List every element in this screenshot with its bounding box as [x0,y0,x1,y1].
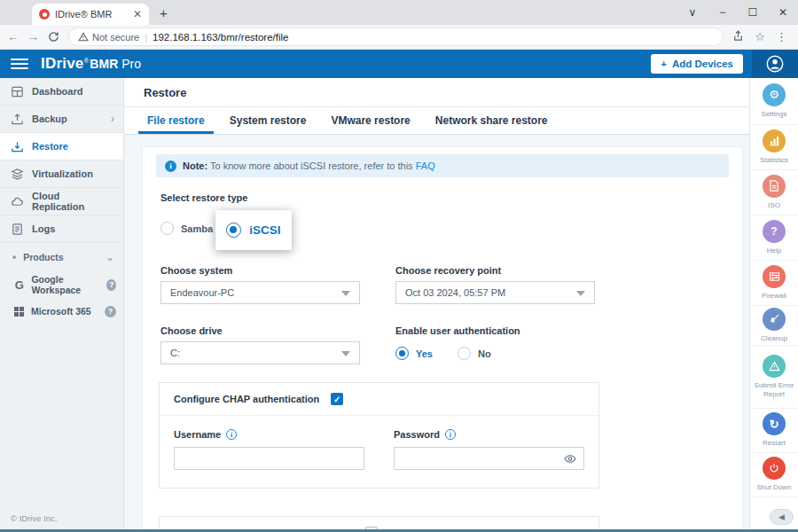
url-text: 192.168.1.163/bmr/restore/file [153,32,288,43]
radio-selected-icon[interactable] [395,347,409,360]
sidebar-item-google-workspace[interactable]: G Google Workspace ? [0,271,123,298]
tab-search-icon[interactable]: ∨ [677,6,708,19]
app-header: IDrive®BMRPro + Add Devices [0,50,798,78]
layers-icon [11,168,24,181]
restore-tabs: File restore System restore VMware resto… [124,107,749,135]
chap-auth-title: Configure CHAP authentication [174,394,319,404]
user-avatar-zone[interactable] [752,50,798,78]
dropdown-caret-icon [341,291,350,296]
page-title: Restore [124,78,749,107]
firewall-button[interactable]: Firewall [750,261,798,306]
browser-url-bar: ← → Not secure | 192.168.1.163/bmr/resto… [0,25,798,50]
bookmark-star-icon[interactable]: ☆ [755,30,765,43]
choose-system-dropdown[interactable]: Endeavour-PC [160,281,360,304]
info-icon: i [165,160,176,172]
choose-drive-label: Choose drive [160,325,395,336]
sidebar-item-logs[interactable]: Logs [0,215,123,243]
backup-icon [11,113,24,126]
sidebar-item-backup[interactable]: Backup › [0,106,123,133]
sidebar-item-restore[interactable]: Restore [0,133,123,160]
info-icon[interactable]: i [445,429,456,440]
main-content: Restore File restore System restore VMwa… [124,78,749,532]
help-badge-icon[interactable]: ? [105,306,116,317]
reload-icon[interactable] [48,31,59,43]
tab-system-restore[interactable]: System restore [217,107,319,134]
sidebar-item-virtualization[interactable]: Virtualization [0,160,123,188]
back-icon[interactable]: ← [7,30,19,43]
restore-icon [11,140,24,153]
microsoft-icon [14,307,24,317]
add-devices-button[interactable]: + Add Devices [651,54,743,74]
iso-button[interactable]: ISO [750,170,798,215]
browser-menu-icon[interactable]: ⋮ [776,30,787,43]
collapse-sidebar-button[interactable]: ◀ [770,509,794,525]
restore-type-options: Samba iSCSI [160,210,742,256]
browser-tab-strip: IDrive® BMR ✕ + ∨ − ☐ ✕ [0,0,798,25]
right-sidebar: ⚙ Settings Statistics ISO ? Help Firewal… [749,78,798,532]
choose-recovery-point-dropdown[interactable]: Oct 03 2024, 05:57 PM [395,281,595,304]
username-input[interactable] [174,447,364,470]
radio-unselected-icon[interactable] [458,347,471,360]
eye-icon[interactable] [564,454,576,464]
sidebar-item-cloud-replication[interactable]: Cloud Replication [0,188,123,215]
tab-network-share-restore[interactable]: Network share restore [423,107,560,134]
help-badge-icon[interactable]: ? [106,279,116,291]
plus-icon: + [661,59,667,69]
sidebar-item-dashboard[interactable]: Dashboard [0,78,123,106]
chevron-right-icon: › [111,113,114,125]
restore-type-label: Select restore type [160,192,742,203]
tab-close-icon[interactable]: ✕ [133,8,142,20]
avatar-icon [765,54,785,74]
not-secure-warning[interactable]: Not secure [78,32,139,43]
info-icon[interactable]: i [226,429,237,440]
radio-unselected-icon[interactable] [160,222,174,235]
gear-icon: ⚙ [769,89,779,100]
sidebar-products-group[interactable]: • Products ⌄ [0,243,123,271]
auth-yes-radio[interactable]: Yes [395,347,433,360]
dropdown-caret-icon [576,291,585,296]
cleanup-button[interactable]: Cleanup [750,306,798,346]
password-label: Password [394,429,440,440]
samba-radio-option[interactable]: Samba [160,222,213,235]
radio-selected-icon[interactable] [226,223,241,238]
statistics-button[interactable]: Statistics [750,125,798,170]
question-icon: ? [771,226,777,237]
forward-icon[interactable]: → [27,30,39,43]
faq-link[interactable]: FAQ [416,160,435,171]
minimize-button[interactable]: − [708,6,738,19]
chevron-down-icon: ⌄ [106,251,114,263]
tab-file-restore[interactable]: File restore [135,107,217,134]
sidebar-item-microsoft-365[interactable]: Microsoft 365 ? [0,298,123,325]
new-tab-button[interactable]: + [160,5,168,20]
choose-recovery-point-label: Choose recovery point [395,265,661,276]
left-sidebar: Dashboard Backup › Restore Virtualizatio… [0,78,124,532]
warning-triangle-icon [78,32,89,42]
power-icon [769,463,779,473]
iso-file-icon [769,180,779,192]
auth-no-radio[interactable]: No [458,347,491,360]
help-button[interactable]: ? Help [750,215,798,261]
broom-icon [769,313,780,325]
browser-tab[interactable]: IDrive® BMR ✕ [32,4,149,25]
maximize-button[interactable]: ☐ [738,6,768,19]
tab-vmware-restore[interactable]: VMware restore [318,107,422,134]
submit-error-report-button[interactable]: Submit Error Report [750,346,798,409]
bar-chart-icon [769,135,780,146]
choose-drive-dropdown[interactable]: C: [160,341,360,364]
share-icon[interactable] [732,29,744,45]
dashboard-icon [11,85,24,98]
chap-auth-checkbox-checked[interactable]: ✓ [331,393,343,405]
shut-down-button[interactable]: Shut Down [750,453,798,497]
restart-icon: ↻ [770,419,779,430]
settings-button[interactable]: ⚙ Settings [750,78,798,125]
firewall-icon [769,271,780,282]
menu-icon[interactable] [11,59,28,70]
address-bar[interactable]: Not secure | 192.168.1.163/bmr/restore/f… [68,27,724,46]
close-button[interactable]: ✕ [768,6,798,19]
cloud-icon [11,195,24,208]
chap-auth-panel: Configure CHAP authentication ✓ Username… [159,382,599,489]
document-icon [11,223,24,236]
iscsi-radio-option-highlighted[interactable]: iSCSI [215,210,292,250]
restart-button[interactable]: ↻ Restart [750,409,798,453]
password-input[interactable] [394,447,584,470]
